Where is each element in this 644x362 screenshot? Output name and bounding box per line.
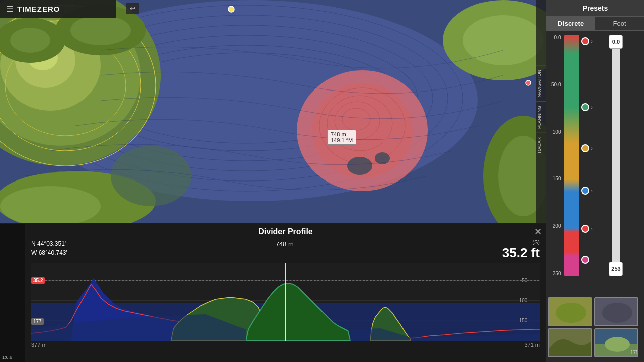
header-bar: ☰ TIMEZERO xyxy=(0,0,116,18)
color-marker-5[interactable] xyxy=(581,256,591,264)
slider-column: 0.0 253 xyxy=(603,35,628,276)
profile-title: Divider Profile xyxy=(258,227,312,236)
svg-text:100: 100 xyxy=(519,298,528,303)
profile-chart-area: 50 100 150 35.2 177 xyxy=(31,263,540,341)
map-thumb-2[interactable] xyxy=(548,328,592,357)
tab-discrete[interactable]: Discrete xyxy=(546,17,595,30)
profile-coords: N 44°03.351' W 68°40.743' xyxy=(31,239,67,257)
profile-footer: 377 m 371 m xyxy=(25,341,546,349)
footer-distance-left: 377 m xyxy=(31,342,47,348)
slider-thumb-bottom[interactable]: 253 xyxy=(609,262,623,276)
presets-header: Presets xyxy=(546,0,644,17)
svg-text:50: 50 xyxy=(522,278,527,283)
tab-foot[interactable]: Foot xyxy=(595,17,644,30)
svg-point-34 xyxy=(375,152,390,164)
profile-close-button[interactable]: ✕ xyxy=(534,226,542,237)
map-thumb-1[interactable] xyxy=(594,297,638,326)
right-panel: Presets Discrete Foot 0.0 50.0 100 150 2… xyxy=(546,0,644,362)
svg-point-36 xyxy=(526,80,531,85)
profile-info: N 44°03.351' W 68°40.743' 748 m (S) 35.2… xyxy=(25,239,546,263)
profile-center-dist: 748 m xyxy=(276,239,294,248)
profile-header: Divider Profile ✕ xyxy=(25,224,546,239)
depth-labels: 0.0 50.0 100 150 200 250 xyxy=(551,35,562,276)
slider-thumb-top[interactable]: 0.0 xyxy=(609,35,623,49)
profile-chart[interactable]: 50 100 150 35.2 177 xyxy=(31,263,540,341)
svg-rect-37 xyxy=(564,35,579,276)
tab-radar[interactable]: RADAR xyxy=(536,133,546,157)
markers-column: › › › › xyxy=(581,35,601,276)
color-marker-4[interactable]: › xyxy=(581,225,592,233)
coord-label: 1:6,6 xyxy=(0,224,25,362)
color-marker-2[interactable]: › xyxy=(581,144,592,152)
svg-text:175: 175 xyxy=(630,350,638,355)
svg-point-35 xyxy=(228,6,234,12)
divider-profile-panel: Divider Profile ✕ N 44°03.351' W 68°40.7… xyxy=(25,224,546,362)
color-marker-1[interactable]: › xyxy=(581,103,592,111)
app-title: TIMEZERO xyxy=(17,5,60,13)
coord-text: 1:6,6 xyxy=(2,355,12,360)
color-bar xyxy=(564,35,579,276)
svg-point-19 xyxy=(10,28,50,53)
color-marker-3[interactable]: › xyxy=(581,187,592,195)
svg-point-17 xyxy=(70,15,131,45)
map-thumb-3[interactable]: 175 xyxy=(594,328,638,357)
profile-depth-section: (S) 35.2 ft xyxy=(502,239,540,261)
side-tabs-panel: NAVIGATION PLANNING RADAR xyxy=(536,0,546,223)
svg-point-33 xyxy=(347,157,372,175)
slider-track[interactable]: 0.0 253 xyxy=(612,35,620,276)
svg-point-41 xyxy=(602,303,632,323)
map-thumb-0[interactable] xyxy=(548,297,592,326)
presets-tabs: Discrete Foot xyxy=(546,17,644,31)
depth-value-badge: 35.2 xyxy=(31,277,45,284)
map-thumbnails: 175 xyxy=(546,295,644,359)
svg-point-39 xyxy=(556,303,586,323)
color-marker-0[interactable]: › xyxy=(581,37,592,45)
svg-point-45 xyxy=(605,337,630,352)
svg-text:150: 150 xyxy=(519,318,528,323)
undo-button[interactable]: ↩ xyxy=(126,3,139,14)
depth-value-badge2: 177 xyxy=(31,318,44,325)
color-bar-container: 0.0 50.0 100 150 200 250 xyxy=(546,31,644,302)
map-area[interactable]: 748 m 149.1 °M xyxy=(0,0,546,223)
menu-icon[interactable]: ☰ xyxy=(6,4,13,14)
tab-planning[interactable]: PLANNING xyxy=(536,101,546,133)
footer-distance-right: 371 m xyxy=(524,342,540,348)
tab-navigation[interactable]: NAVIGATION xyxy=(536,65,546,101)
svg-point-26 xyxy=(111,146,191,206)
